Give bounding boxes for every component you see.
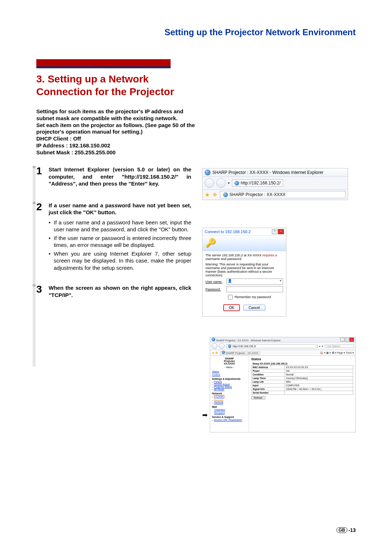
remember-checkbox[interactable] (228, 295, 233, 300)
nav-back-button[interactable] (212, 343, 217, 349)
nav-general[interactable]: General (214, 402, 223, 404)
maximize-button[interactable]: □ (345, 338, 349, 342)
ie-page-icon (234, 181, 239, 186)
nav-control[interactable]: Control (212, 374, 247, 376)
nav-tcpip[interactable]: TCP/IP (214, 395, 225, 398)
table-caption: Sharp XX-XXXX (192.168.150.2) (252, 362, 353, 366)
browser-tab[interactable]: SHARP Projector : XX-XXXX (220, 191, 346, 198)
screenshot-ie-address: SHARP Projector : XX-XXXX - Windows Inte… (202, 168, 348, 200)
screenshot-auth-dialog: Connect to 192.168.150.2 ? × 🔑 The serve… (202, 228, 286, 317)
section-title: 3. Setting up a Network Connection for t… (36, 73, 174, 98)
footer-page-number: -13 (348, 527, 356, 533)
step-side-bar (33, 284, 36, 366)
status-table: Sharp XX-XXXX (192.168.150.2) MAC Addres… (251, 362, 353, 395)
dialog-title: Connect to 192.168.150.2 (205, 229, 251, 234)
nav-mail-head: Mail (212, 406, 247, 408)
address-field[interactable]: http://192.168.150.2/ (226, 344, 318, 348)
table-row: PowerON (252, 369, 353, 373)
footer-gb-badge: GB (336, 527, 347, 533)
page-footer: GB -13 (336, 527, 356, 533)
ie-icon (205, 170, 211, 175)
nav-forward-button[interactable] (219, 343, 225, 349)
address-field[interactable]: http://192.168.150.2/ (232, 179, 283, 187)
table-row: Lamp Timer1hour(s) 15minute(s) (252, 377, 353, 380)
close-button[interactable]: × (278, 229, 284, 234)
step-2-heading: If a user name and a password have not y… (49, 202, 191, 216)
key-icon: 🔑 (205, 238, 216, 248)
step-number: 1 (36, 166, 49, 176)
screenshot-status-page: SHARP Projector : XX-XXXX - Windows Inte… (210, 337, 356, 432)
window-title: SHARP Projector : XX-XXXX - Windows Inte… (216, 339, 281, 342)
browser-tab[interactable]: SHARP Projector : XX-XXXX (220, 351, 260, 355)
nav-back-button[interactable] (205, 178, 214, 188)
add-favorites-icon[interactable]: ✥ (213, 192, 217, 198)
favorites-star-icon[interactable]: ★ (212, 351, 215, 355)
window-title: SHARP Projector : XX-XXXX - Windows Inte… (212, 170, 323, 175)
sidebar-nav: SHARP Projector XX-XXXX - Menu - Status … (210, 356, 249, 432)
step-2-bullet: If the user name or password is entered … (49, 235, 191, 249)
username-label: User name: (205, 280, 226, 284)
remember-label: Remember my password (235, 295, 271, 299)
table-row: ConditionNormal (252, 373, 353, 377)
nav-menu-caption: - Menu - (212, 366, 247, 369)
nav-service-support: Service & Support (212, 416, 247, 418)
step-number: 2 (36, 202, 49, 212)
nav-brand: SHARP Projector XX-XXXX (212, 357, 247, 365)
toolbar-print-icon[interactable]: 🖶 ▾ (332, 351, 336, 354)
nav-network-head: Network (212, 392, 247, 395)
step-2-bullet: If a user name and a password have been … (49, 219, 191, 233)
step-2-bullet: When you are using Internet Explorer 7, … (49, 250, 191, 272)
intro-paragraph: Settings for such items as the projector… (36, 108, 196, 156)
close-button[interactable]: × (350, 338, 354, 342)
dialog-warning: Warning: This server is requesting that … (205, 263, 283, 277)
toolbar-home-icon[interactable]: 🏠 ▾ (320, 351, 326, 354)
search-field[interactable]: Live Search (325, 345, 354, 348)
nav-security[interactable]: Security (214, 399, 223, 402)
toolbar-right-text[interactable]: Page ▾ Tools ▾ (337, 351, 354, 354)
help-button[interactable]: ? (272, 229, 278, 234)
tab-title: SHARP Projector : XX-XXXX (226, 352, 258, 354)
nav-picture[interactable]: Picture (214, 381, 222, 383)
favorites-star-icon[interactable]: ★ (205, 191, 210, 198)
nav-recipient[interactable]: Recipient (214, 412, 247, 414)
password-label: Password: (205, 288, 226, 291)
step-number: 3 (36, 284, 49, 294)
table-row: MAC AddressXX:XX:XX:XX:XX:XX (252, 366, 353, 369)
nav-screen-adjust[interactable]: Screen Adjust (214, 383, 230, 386)
nav-settings-adjustments: Settings & Adjustments (212, 378, 247, 380)
nav-status[interactable]: Status (212, 370, 247, 373)
add-favorites-icon[interactable]: ✥ (215, 351, 218, 355)
section-accent-bar (36, 59, 171, 68)
toolbar-feed-icon[interactable]: ▦ ▾ (326, 351, 331, 354)
page-header-title: Setting up the Projector Network Environ… (36, 27, 356, 37)
password-field[interactable] (226, 286, 283, 292)
ie-page-icon (223, 192, 228, 197)
table-row: Serial Number (252, 391, 353, 395)
ie-page-icon (222, 351, 225, 354)
dropdown-icon[interactable]: ▾ (228, 181, 230, 185)
table-row: Lamp Life98% (252, 380, 353, 384)
nav-originator[interactable]: Originator (214, 408, 247, 411)
username-field[interactable]: 👤 (226, 278, 283, 285)
ie-page-icon (228, 345, 231, 348)
nav-access-url[interactable]: Access URL Registration (214, 419, 242, 421)
content-status-title: Status (251, 357, 353, 361)
address-url-text: http://192.168.150.2/ (241, 180, 281, 186)
ok-button[interactable]: OK (223, 304, 240, 311)
refresh-button[interactable]: Refresh (251, 396, 265, 399)
nav-all-reset[interactable]: All Reset (214, 388, 224, 391)
callout-arrow-icon: ➡ (202, 411, 208, 419)
minimize-button[interactable]: _ (340, 338, 344, 342)
search-placeholder: Live Search (327, 345, 340, 347)
nav-projector-adjust[interactable]: Projector Adjust (214, 386, 232, 388)
tab-title: SHARP Projector : XX-XXXX (229, 192, 286, 197)
address-url-text: http://192.168.150.2/ (233, 345, 256, 347)
dialog-text: The server 192.168.150.2 at XX-XXXX requ… (205, 253, 283, 261)
nav-forward-button[interactable] (216, 178, 226, 188)
ie-icon (212, 338, 215, 341)
step-3-heading: When the screen as shown on the right ap… (49, 284, 191, 298)
cancel-button[interactable]: Cancel (243, 305, 265, 311)
table-row: Signal Info1024x768 ⌷ 48.2kHz / ∇ 60.0 H… (252, 387, 353, 391)
step-1-heading: Start Internet Explorer (version 5.0 or … (49, 166, 191, 187)
table-row: InputCOMPUTER (252, 384, 353, 387)
